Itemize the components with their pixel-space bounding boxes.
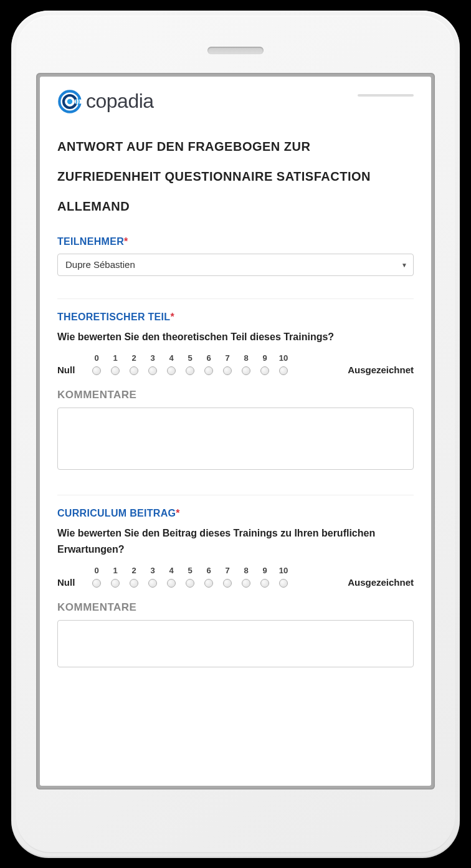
rating-option-3[interactable]: 3 — [143, 566, 162, 588]
required-asterisk: * — [176, 508, 180, 518]
rating-option-9[interactable]: 9 — [255, 566, 274, 588]
rating-high-label: Ausgezeichnet — [326, 365, 414, 375]
section-participant: TEILNEHMER* Dupre Sébastien ▼ — [57, 236, 414, 287]
radio-icon — [279, 579, 288, 588]
radio-icon — [167, 366, 176, 375]
rating-option-10[interactable]: 10 — [274, 566, 293, 588]
radio-icon — [242, 579, 250, 588]
rating-option-3[interactable]: 3 — [143, 353, 162, 375]
rating-option-7[interactable]: 7 — [218, 353, 237, 375]
rating-low-label: Null — [57, 577, 87, 588]
section-curriculum: CURRICULUM BEITRAG* Wie bewerten Sie den… — [57, 495, 414, 681]
radio-icon — [242, 366, 250, 375]
menu-handle[interactable] — [358, 94, 414, 97]
rating-option-0[interactable]: 0 — [87, 566, 106, 588]
rating-num: 6 — [206, 566, 211, 575]
required-asterisk: * — [170, 312, 174, 322]
radio-icon — [223, 366, 232, 375]
radio-icon — [260, 579, 269, 588]
required-asterisk: * — [124, 236, 128, 247]
curriculum-rating: Null 0 1 2 3 4 5 6 7 8 9 10 Ausgezeichne… — [57, 566, 414, 588]
rating-option-2[interactable]: 2 — [125, 353, 143, 375]
rating-option-8[interactable]: 8 — [237, 566, 255, 588]
rating-option-0[interactable]: 0 — [87, 353, 106, 375]
theoretical-comment-label: KOMMENTARE — [57, 389, 414, 401]
participant-label: TEILNEHMER* — [57, 236, 414, 247]
rating-num: 8 — [244, 566, 248, 575]
rating-num: 10 — [279, 566, 288, 575]
rating-option-1[interactable]: 1 — [106, 566, 125, 588]
radio-icon — [260, 366, 269, 375]
rating-num: 0 — [94, 353, 98, 363]
radio-icon — [279, 366, 288, 375]
radio-icon — [148, 366, 157, 375]
radio-icon — [223, 579, 232, 588]
brand-logo[interactable]: copadia — [57, 89, 154, 114]
section-theoretical: THEORETISCHER TEIL* Wie bewerten Sie den… — [57, 298, 414, 484]
rating-option-1[interactable]: 1 — [106, 353, 125, 375]
radio-icon — [167, 579, 176, 588]
participant-label-text: TEILNEHMER — [57, 236, 124, 247]
rating-option-7[interactable]: 7 — [218, 566, 237, 588]
rating-num: 3 — [150, 566, 155, 575]
radio-icon — [111, 366, 120, 375]
rating-num: 3 — [150, 353, 155, 363]
rating-option-6[interactable]: 6 — [199, 566, 218, 588]
screen-bezel: copadia ANTWORT AUF DEN FRAGEBOGEN ZUR Z… — [36, 73, 435, 789]
rating-num: 6 — [206, 353, 211, 363]
rating-num: 4 — [169, 566, 173, 575]
radio-icon — [92, 579, 101, 588]
radio-icon — [204, 579, 213, 588]
participant-select[interactable]: Dupre Sébastien ▼ — [57, 254, 414, 276]
participant-select-value: Dupre Sébastien — [57, 254, 414, 276]
rating-num: 9 — [262, 353, 267, 363]
theoretical-rating: Null 0 1 2 3 4 5 6 7 8 9 10 Ausgezeichne… — [57, 353, 414, 375]
radio-icon — [130, 366, 138, 375]
svg-point-2 — [67, 98, 72, 103]
theoretical-question: Wie bewerten Sie den theoretischen Teil … — [57, 329, 414, 345]
theoretical-label-text: THEORETISCHER TEIL — [57, 312, 170, 322]
curriculum-comment-label: KOMMENTARE — [57, 601, 414, 614]
radio-icon — [130, 579, 138, 588]
rating-num: 9 — [262, 566, 267, 575]
rating-num: 5 — [188, 566, 192, 575]
rating-num: 5 — [188, 353, 192, 363]
theoretical-label: THEORETISCHER TEIL* — [57, 312, 414, 323]
rating-num: 1 — [113, 566, 117, 575]
rating-low-label: Null — [57, 365, 87, 375]
rating-num: 2 — [131, 353, 136, 363]
curriculum-comment-field[interactable] — [57, 620, 414, 667]
rating-num: 0 — [94, 566, 98, 575]
rating-high-label: Ausgezeichnet — [326, 577, 414, 588]
speaker-grille — [207, 47, 264, 54]
rating-num: 10 — [279, 353, 288, 363]
rating-num: 1 — [113, 353, 117, 363]
radio-icon — [204, 366, 213, 375]
curriculum-label-text: CURRICULUM BEITRAG — [57, 508, 176, 518]
logo-icon — [57, 89, 82, 114]
rating-option-2[interactable]: 2 — [125, 566, 143, 588]
phone-frame-outer: copadia ANTWORT AUF DEN FRAGEBOGEN ZUR Z… — [11, 11, 460, 858]
rating-option-10[interactable]: 10 — [274, 353, 293, 375]
rating-option-4[interactable]: 4 — [162, 566, 181, 588]
rating-num: 7 — [225, 353, 229, 363]
header: copadia — [57, 89, 414, 114]
curriculum-question: Wie bewerten Sie den Beitrag dieses Trai… — [57, 525, 414, 557]
rating-option-6[interactable]: 6 — [199, 353, 218, 375]
rating-option-9[interactable]: 9 — [255, 353, 274, 375]
rating-option-8[interactable]: 8 — [237, 353, 255, 375]
screen: copadia ANTWORT AUF DEN FRAGEBOGEN ZUR Z… — [40, 77, 431, 786]
rating-option-4[interactable]: 4 — [162, 353, 181, 375]
rating-option-5[interactable]: 5 — [181, 566, 199, 588]
radio-icon — [186, 579, 194, 588]
page-title: ANTWORT AUF DEN FRAGEBOGEN ZUR ZUFRIEDEN… — [57, 131, 414, 221]
theoretical-comment-field[interactable] — [57, 408, 414, 470]
rating-num: 8 — [244, 353, 248, 363]
radio-icon — [92, 366, 101, 375]
brand-name: copadia — [86, 90, 154, 113]
curriculum-label: CURRICULUM BEITRAG* — [57, 508, 414, 519]
radio-icon — [186, 366, 194, 375]
rating-option-5[interactable]: 5 — [181, 353, 199, 375]
rating-num: 2 — [131, 566, 136, 575]
rating-num: 7 — [225, 566, 229, 575]
